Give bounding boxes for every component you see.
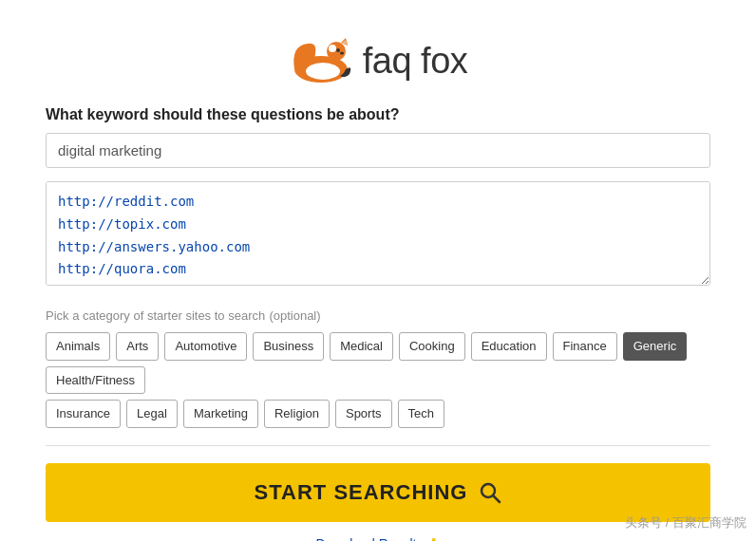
category-btn-religion[interactable]: Religion: [264, 400, 330, 428]
category-btn-marketing[interactable]: Marketing: [183, 400, 258, 428]
fox-logo-icon: [289, 36, 353, 85]
category-btn-automotive[interactable]: Automotive: [164, 332, 247, 361]
main-content: What keyword should these questions be a…: [36, 106, 720, 541]
category-btn-animals[interactable]: Animals: [46, 332, 110, 361]
optional-text: (optional): [269, 308, 320, 323]
category-btn-cooking[interactable]: Cooking: [399, 332, 465, 361]
keyword-input[interactable]: [46, 133, 710, 168]
category-btn-insurance[interactable]: Insurance: [46, 400, 121, 428]
divider: [46, 445, 710, 446]
category-buttons-row2: InsuranceLegalMarketingReligionSportsTec…: [46, 400, 710, 428]
category-label: Pick a category of starter sites to sear…: [46, 307, 710, 323]
svg-point-3: [329, 45, 336, 52]
logo-area: faq fox: [36, 19, 720, 106]
category-btn-finance[interactable]: Finance: [553, 332, 617, 361]
svg-point-6: [336, 48, 340, 52]
search-icon: [479, 481, 501, 504]
category-btn-tech[interactable]: Tech: [398, 400, 444, 428]
category-btn-arts[interactable]: Arts: [116, 332, 159, 361]
category-btn-business[interactable]: Business: [253, 332, 324, 361]
download-results-link[interactable]: Download Results ⬇: [316, 535, 441, 542]
svg-point-1: [306, 63, 340, 80]
svg-line-9: [494, 495, 501, 502]
category-btn-medical[interactable]: Medical: [330, 332, 393, 361]
category-btn-education[interactable]: Education: [471, 332, 547, 361]
category-btn-legal[interactable]: Legal: [126, 400, 178, 428]
category-btn-generic[interactable]: Generic: [623, 332, 688, 361]
start-searching-button[interactable]: START SEARCHING: [46, 463, 710, 522]
search-button-label: START SEARCHING: [255, 480, 468, 505]
category-btn-health-fitness[interactable]: Health/Fitness: [46, 366, 145, 395]
svg-point-2: [327, 42, 346, 61]
search-button-wrapper: START SEARCHING: [46, 463, 710, 522]
watermark: 头条号 / 百聚汇商学院: [625, 514, 747, 532]
download-label: Download Results: [316, 536, 424, 541]
category-buttons: AnimalsArtsAutomotiveBusinessMedicalCook…: [46, 332, 710, 394]
category-btn-sports[interactable]: Sports: [335, 400, 392, 428]
download-arrow-icon: ⬇: [427, 535, 440, 542]
svg-point-7: [340, 52, 344, 55]
download-link-area: Download Results ⬇: [46, 535, 710, 542]
sites-textarea[interactable]: http://reddit.com http://topix.com http:…: [46, 181, 710, 286]
keyword-label: What keyword should these questions be a…: [46, 106, 710, 123]
logo-text: faq fox: [363, 41, 468, 82]
